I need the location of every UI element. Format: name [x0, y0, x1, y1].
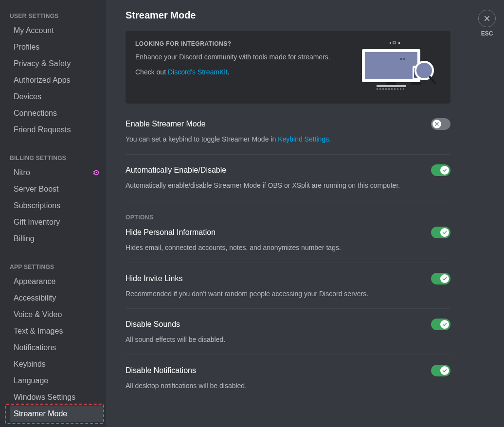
setting-title: Enable Streamer Mode — [126, 120, 206, 128]
check-icon — [442, 230, 448, 235]
sidebar-item-label: Server Boost — [14, 185, 58, 194]
promo-line1: Enhance your Discord community with tool… — [135, 52, 353, 62]
sidebar-item-advanced[interactable]: Advanced — [10, 422, 103, 427]
option-hide-personal-information: Hide Personal InformationHides email, co… — [126, 227, 450, 263]
sidebar-item-label: Appearance — [14, 277, 55, 286]
sidebar-item-label: Privacy & Safety — [14, 59, 71, 68]
sidebar-item-label: Streamer Mode — [14, 409, 67, 418]
setting-title: Disable Notifications — [126, 366, 196, 375]
svg-rect-9 — [386, 82, 396, 85]
check-icon — [442, 321, 448, 327]
sidebar-item-privacy-safety[interactable]: Privacy & Safety — [10, 55, 103, 72]
check-icon — [442, 276, 448, 282]
sidebar-item-label: Gift Inventory — [14, 218, 60, 227]
sidebar-item-label: Subscriptions — [14, 201, 60, 210]
sidebar-item-connections[interactable]: Connections — [10, 105, 103, 122]
sidebar-item-label: Authorized Apps — [14, 76, 71, 85]
toggle-hide-personal-information[interactable] — [431, 227, 450, 238]
x-icon — [434, 121, 440, 127]
esc-label: ESC — [481, 30, 493, 37]
sidebar-section-header: USER SETTINGS — [10, 10, 103, 22]
sidebar-item-label: Language — [14, 376, 48, 385]
sidebar-item-label: Windows Settings — [14, 393, 75, 402]
sidebar-item-label: Devices — [14, 92, 41, 101]
integrations-promo: LOOKING FOR INTEGRATIONS? Enhance your D… — [126, 31, 450, 104]
close-column: ESC — [470, 0, 504, 427]
sidebar-item-nitro[interactable]: Nitro — [10, 164, 103, 181]
sidebar-item-appearance[interactable]: Appearance — [10, 273, 103, 290]
svg-point-1 — [96, 172, 97, 174]
svg-line-16 — [430, 77, 435, 83]
toggle-automatically-enable-disable[interactable] — [431, 164, 450, 176]
setting-desc: Hides email, connected accounts, notes, … — [126, 243, 450, 253]
setting-desc: You can set a keybind to toggle Streamer… — [126, 135, 450, 144]
check-icon — [442, 167, 448, 173]
sidebar-item-label: Voice & Video — [14, 310, 62, 319]
sidebar-item-friend-requests[interactable]: Friend Requests — [10, 122, 103, 138]
settings-content: Streamer Mode LOOKING FOR INTEGRATIONS? … — [106, 0, 470, 427]
sidebar-item-keybinds[interactable]: Keybinds — [10, 356, 103, 373]
sidebar-item-devices[interactable]: Devices — [10, 89, 103, 105]
settings-sidebar: USER SETTINGSMy AccountProfilesPrivacy &… — [0, 0, 106, 427]
svg-rect-10 — [377, 85, 406, 87]
sidebar-item-my-account[interactable]: My Account — [10, 22, 103, 39]
nitro-icon — [92, 169, 99, 176]
setting-title: Hide Invite Links — [126, 274, 182, 283]
option-disable-notifications: Disable NotificationsAll desktop notific… — [126, 365, 450, 401]
svg-rect-6 — [365, 52, 417, 79]
setting-desc: All desktop notifications will be disabl… — [126, 381, 450, 391]
keybind-settings-link[interactable]: Keybind Settings — [278, 135, 329, 143]
sidebar-section-header: BILLING SETTINGS — [10, 152, 103, 164]
sidebar-item-text-images[interactable]: Text & Images — [10, 323, 103, 339]
setting-title: Automatically Enable/Disable — [126, 166, 226, 175]
svg-rect-14 — [411, 82, 421, 85]
streamkit-link[interactable]: Discord's StreamKit — [168, 68, 227, 76]
sidebar-item-notifications[interactable]: Notifications — [10, 339, 103, 356]
sidebar-item-label: Friend Requests — [14, 125, 71, 134]
sidebar-item-authorized-apps[interactable]: Authorized Apps — [10, 72, 103, 89]
setting-enable-streamer-mode: Enable Streamer ModeYou can set a keybin… — [126, 118, 450, 155]
svg-rect-2 — [390, 42, 391, 44]
svg-rect-7 — [400, 58, 402, 60]
sidebar-item-server-boost[interactable]: Server Boost — [10, 181, 103, 197]
setting-automatically-enable-disable: Automatically Enable/DisableAutomaticall… — [126, 164, 450, 201]
sidebar-item-label: Connections — [14, 109, 57, 118]
sidebar-item-label: Accessibility — [14, 294, 56, 302]
sidebar-item-language[interactable]: Language — [10, 373, 103, 389]
toggle-enable-streamer-mode[interactable] — [431, 118, 450, 130]
sidebar-item-gift-inventory[interactable]: Gift Inventory — [10, 214, 103, 231]
sidebar-section-header: APP SETTINGS — [10, 261, 103, 273]
sidebar-item-streamer-mode[interactable]: Streamer Mode — [10, 406, 103, 422]
sidebar-item-windows-settings[interactable]: Windows Settings — [10, 389, 103, 406]
sidebar-item-accessibility[interactable]: Accessibility — [10, 290, 103, 306]
svg-rect-8 — [403, 58, 405, 60]
sidebar-item-voice-video[interactable]: Voice & Video — [10, 306, 103, 323]
sidebar-item-label: Keybinds — [14, 360, 46, 369]
sidebar-item-label: Billing — [14, 234, 35, 243]
sidebar-item-label: Nitro — [14, 168, 30, 177]
toggle-disable-sounds[interactable] — [431, 319, 450, 330]
setting-desc: Recommended if you don't want random peo… — [126, 289, 450, 299]
option-disable-sounds: Disable SoundsAll sound effects will be … — [126, 319, 450, 355]
sidebar-item-profiles[interactable]: Profiles — [10, 39, 103, 55]
setting-desc: All sound effects will be disabled. — [126, 335, 450, 345]
sidebar-item-label: Notifications — [14, 343, 56, 352]
close-button[interactable] — [478, 10, 496, 27]
promo-header: LOOKING FOR INTEGRATIONS? — [135, 40, 353, 47]
promo-line2: Check out Discord's StreamKit. — [135, 67, 353, 77]
sidebar-item-subscriptions[interactable]: Subscriptions — [10, 197, 103, 214]
sidebar-item-billing[interactable]: Billing — [10, 231, 103, 247]
toggle-disable-notifications[interactable] — [431, 365, 450, 376]
svg-rect-4 — [398, 42, 400, 44]
options-header: OPTIONS — [126, 214, 450, 221]
option-hide-invite-links: Hide Invite LinksRecommended if you don'… — [126, 273, 450, 309]
toggle-hide-invite-links[interactable] — [431, 273, 450, 285]
sidebar-item-label: Text & Images — [14, 327, 63, 336]
svg-rect-3 — [393, 41, 396, 44]
sidebar-item-label: My Account — [14, 26, 54, 35]
setting-title: Disable Sounds — [126, 320, 180, 329]
close-icon — [483, 15, 491, 22]
sidebar-item-label: Profiles — [14, 43, 39, 52]
page-title: Streamer Mode — [126, 10, 450, 21]
check-icon — [442, 368, 448, 374]
